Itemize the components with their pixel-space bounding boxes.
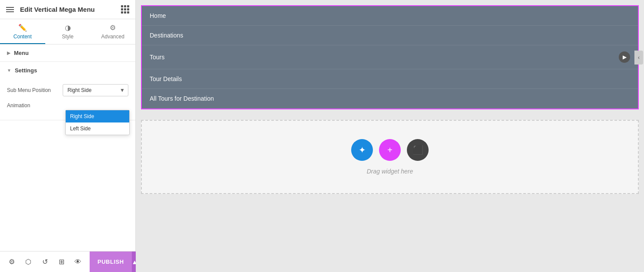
apps-grid-icon[interactable] (121, 5, 129, 14)
menu-item-destinations[interactable]: Destinations (142, 26, 638, 45)
tab-style[interactable]: ◑ Style (45, 19, 91, 44)
tab-advanced-label: Advanced (101, 34, 124, 40)
tab-style-label: Style (62, 34, 74, 40)
layers-bottom-icon[interactable]: ⬡ (20, 254, 37, 270)
drag-widget-area: ✦ + ⬛ Drag widget here (141, 120, 639, 194)
tours-chevron-right-icon: ▶ (619, 51, 630, 63)
dropdown-option-right-side[interactable]: Right Side (66, 110, 129, 122)
tab-content-label: Content (13, 34, 32, 40)
bottom-icons-group: ⚙ ⬡ ↺ ⊞ 👁 (0, 254, 90, 270)
menu-section-label: Menu (14, 50, 29, 56)
menu-item-home[interactable]: Home (142, 6, 638, 26)
animation-row: Animation (7, 102, 128, 109)
menu-item-tours[interactable]: Tours ▶ (142, 45, 638, 69)
tabs-bar: ✏️ Content ◑ Style ⚙ Advanced (0, 19, 135, 44)
main-area: Home Destinations Tours ▶ Tour Details A… (136, 0, 644, 272)
preview-bottom-icon[interactable]: 👁 (70, 254, 86, 270)
style-tab-icon: ◑ (65, 24, 71, 32)
settings-section-label: Settings (15, 67, 37, 74)
menu-item-destinations-label: Destinations (150, 32, 183, 39)
menu-item-tour-details[interactable]: Tour Details (142, 69, 638, 89)
drag-search-icon-button[interactable]: ✦ (351, 139, 373, 161)
tab-content[interactable]: ✏️ Content (0, 19, 45, 44)
menu-section-arrow-icon: ▶ (7, 51, 10, 55)
panel-title: Edit Vertical Mega Menu (20, 6, 115, 13)
drag-folder-icon-button[interactable]: ⬛ (407, 139, 429, 161)
sub-menu-position-select-wrapper: Right Side Left Side ▼ (63, 84, 128, 96)
menu-section-header[interactable]: ▶ Menu (0, 44, 135, 61)
drag-widget-label: Drag widget here (367, 168, 413, 175)
collapse-handle[interactable]: ‹ (634, 51, 643, 65)
animation-label: Animation (7, 102, 59, 109)
settings-section-arrow-icon: ▼ (7, 68, 11, 73)
sub-menu-position-label: Sub Menu Position (7, 87, 59, 93)
drag-add-icon-button[interactable]: + (379, 139, 401, 161)
sub-menu-position-row: Sub Menu Position Right Side Left Side ▼ (7, 84, 128, 96)
panel-header: Edit Vertical Mega Menu (0, 0, 135, 19)
publish-button[interactable]: PUBLISH (90, 252, 132, 272)
panel-content: ▶ Menu ▼ Settings Sub Menu Position Righ… (0, 44, 135, 251)
responsive-bottom-icon[interactable]: ⊞ (53, 254, 70, 270)
hamburger-icon[interactable] (6, 7, 14, 12)
content-tab-icon: ✏️ (18, 24, 27, 32)
drag-icons-group: ✦ + ⬛ (351, 139, 429, 161)
settings-section-header[interactable]: ▼ Settings (0, 62, 135, 79)
menu-item-all-tours-label: All Tours for Destination (150, 95, 214, 102)
menu-widget: Home Destinations Tours ▶ Tour Details A… (141, 5, 639, 109)
tab-advanced[interactable]: ⚙ Advanced (90, 19, 135, 44)
menu-section: ▶ Menu (0, 44, 135, 62)
dropdown-option-left-side[interactable]: Left Side (66, 122, 129, 135)
menu-item-home-label: Home (150, 12, 166, 19)
history-bottom-icon[interactable]: ↺ (37, 254, 53, 270)
menu-item-all-tours[interactable]: All Tours for Destination (142, 89, 638, 109)
bottom-bar: ⚙ ⬡ ↺ ⊞ 👁 PUBLISH ▲ (0, 251, 136, 272)
settings-bottom-icon[interactable]: ⚙ (3, 254, 20, 270)
sub-menu-position-dropdown: Right Side Left Side (65, 110, 130, 135)
sub-menu-position-select[interactable]: Right Side Left Side (63, 84, 128, 96)
advanced-tab-icon: ⚙ (110, 24, 116, 32)
menu-item-tours-label: Tours (150, 54, 164, 61)
menu-item-tour-details-label: Tour Details (150, 75, 182, 82)
left-panel: Edit Vertical Mega Menu ✏️ Content ◑ Sty… (0, 0, 136, 272)
